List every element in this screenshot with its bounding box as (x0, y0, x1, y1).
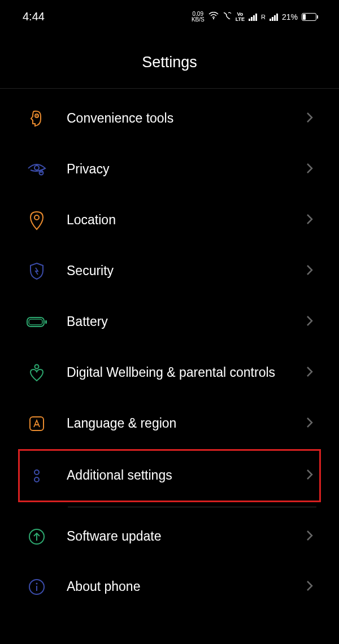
chevron-right-icon (306, 212, 314, 228)
svg-point-16 (36, 583, 38, 585)
infocircle-icon (25, 576, 48, 598)
svg-rect-9 (45, 320, 47, 324)
volte-indicator: Vo LTE (236, 12, 245, 22)
status-bar: 4:44 0.09 KB/S Vo LTE R 21% (0, 0, 339, 31)
item-label: Digital Wellbeing & parental controls (67, 364, 306, 381)
heart-icon (25, 362, 48, 384)
chevron-right-icon (306, 263, 314, 279)
dots-icon (25, 464, 48, 487)
settings-item-additional-settings[interactable]: Additional settings (18, 449, 321, 502)
data-speed-indicator: 0.09 KB/S (192, 11, 205, 23)
page-title: Settings (0, 31, 339, 89)
head-icon (25, 107, 48, 130)
settings-item-battery[interactable]: Battery (0, 297, 339, 347)
chevron-right-icon (306, 111, 314, 127)
svg-point-13 (34, 477, 39, 482)
battery-percentage: 21% (282, 12, 298, 21)
item-label: Software update (67, 528, 306, 545)
signal-icon-1 (249, 13, 257, 21)
svg-point-12 (34, 470, 39, 475)
letter-icon (25, 412, 48, 435)
settings-item-language-region[interactable]: Language & region (0, 398, 339, 449)
svg-rect-8 (29, 319, 42, 325)
item-label: Security (67, 263, 306, 280)
settings-item-convenience-tools[interactable]: Convenience tools (0, 93, 339, 144)
battery-icon (25, 311, 48, 333)
svg-point-2 (36, 115, 37, 116)
chevron-right-icon (306, 529, 314, 545)
wifi-icon (208, 12, 219, 21)
svg-point-10 (35, 365, 39, 369)
item-label: Location (67, 212, 306, 229)
item-label: Convenience tools (67, 110, 306, 127)
status-time: 4:44 (23, 10, 45, 23)
item-label: Privacy (67, 161, 306, 178)
item-label: Additional settings (67, 467, 306, 484)
item-label: About phone (67, 578, 306, 595)
item-label: Battery (67, 314, 306, 330)
pin-icon (25, 209, 48, 232)
svg-rect-11 (30, 417, 44, 430)
svg-point-0 (212, 18, 214, 19)
settings-item-security[interactable]: Security (0, 246, 339, 297)
chevron-right-icon (306, 162, 314, 177)
settings-list: Convenience tools Privacy Location Secur… (0, 89, 339, 612)
chevron-right-icon (306, 468, 314, 484)
svg-point-4 (40, 171, 44, 175)
chevron-right-icon (306, 579, 314, 595)
settings-item-privacy[interactable]: Privacy (0, 144, 339, 195)
eye-icon (25, 158, 48, 181)
upcircle-icon (25, 525, 48, 548)
settings-item-software-update[interactable]: Software update (0, 507, 339, 562)
svg-point-3 (34, 166, 39, 170)
settings-item-digital-wellbeing[interactable]: Digital Wellbeing & parental controls (0, 347, 339, 398)
shield-icon (25, 260, 48, 282)
call-wifi-icon (223, 12, 232, 21)
chevron-right-icon (306, 365, 314, 381)
roaming-indicator: R (261, 14, 266, 20)
item-label: Language & region (67, 415, 306, 432)
status-indicators: 0.09 KB/S Vo LTE R 21% (192, 11, 316, 23)
settings-item-about-phone[interactable]: About phone (0, 562, 339, 612)
chevron-right-icon (306, 314, 314, 330)
battery-icon (302, 13, 316, 21)
settings-item-location[interactable]: Location (0, 195, 339, 246)
svg-point-6 (34, 215, 39, 220)
signal-icon-2 (270, 13, 278, 21)
chevron-right-icon (306, 416, 314, 432)
